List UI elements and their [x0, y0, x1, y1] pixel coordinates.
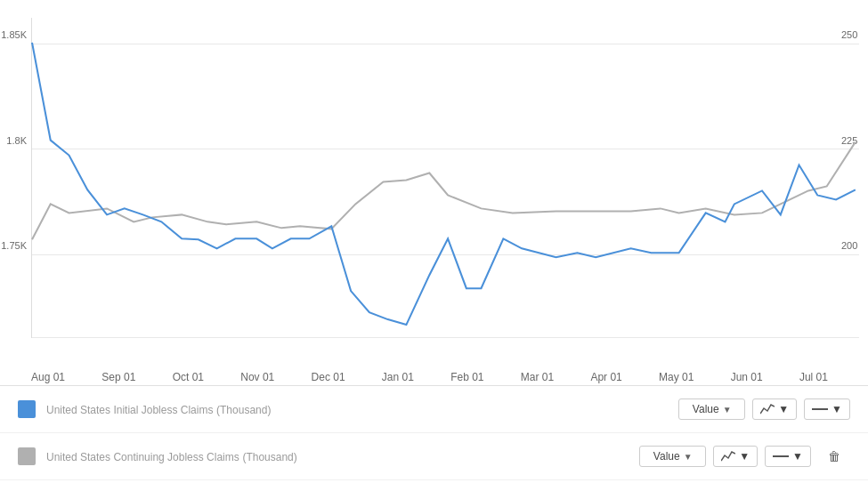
legend-text-continuing: United States Continuing Jobless Claims	[46, 451, 239, 463]
line-style-icon-continuing	[773, 452, 789, 461]
x-axis: Aug 01 Sep 01 Oct 01 Nov 01 Dec 01 Jan 0…	[31, 364, 828, 383]
grid-line-4	[32, 337, 859, 338]
delete-btn-continuing[interactable]: 🗑	[818, 446, 850, 467]
line-style-btn-initial[interactable]: ▼	[804, 398, 850, 420]
line-arrow-continuing: ▼	[792, 450, 803, 463]
y-label-1850: 1.85K	[1, 29, 27, 40]
chart-container: 1.85K 1.8K 1.75K 250 225 200	[0, 0, 868, 483]
x-label-dec: Dec 01	[312, 364, 345, 383]
chart-type-btn-initial[interactable]: ▼	[752, 398, 797, 420]
initial-claims-line	[32, 43, 856, 325]
x-label-oct: Oct 01	[173, 364, 204, 383]
x-label-aug: Aug 01	[31, 364, 65, 383]
legend-controls-initial: Value ▼ ▼ ▼	[678, 398, 850, 420]
legend-row-continuing: United States Continuing Jobless Claims …	[0, 433, 868, 480]
line-chart-icon	[760, 403, 775, 415]
x-label-mar: Mar 01	[521, 364, 554, 383]
chart-type-btn-continuing[interactable]: ▼	[713, 446, 758, 467]
line-arrow-initial: ▼	[831, 403, 842, 415]
value-arrow-continuing: ▼	[684, 452, 693, 462]
legend-label-continuing: United States Continuing Jobless Claims …	[46, 450, 639, 463]
x-label-nov: Nov 01	[240, 364, 274, 383]
x-label-jan: Jan 01	[382, 364, 414, 383]
x-label-may: May 01	[659, 364, 694, 383]
line-chart-icon-2	[721, 450, 735, 463]
legend-label-initial: United States Initial Jobless Claims (Th…	[46, 403, 678, 416]
line-style-icon-initial	[812, 405, 828, 414]
value-btn-initial[interactable]: Value ▼	[678, 398, 745, 420]
chart-arrow-initial: ▼	[778, 403, 789, 415]
legend-row-initial: United States Initial Jobless Claims (Th…	[0, 386, 868, 433]
legend-color-initial	[18, 400, 36, 418]
chart-arrow-continuing: ▼	[739, 450, 750, 463]
trash-icon: 🗑	[828, 449, 840, 463]
x-label-apr: Apr 01	[590, 364, 621, 383]
value-btn-continuing[interactable]: Value ▼	[639, 446, 706, 467]
y-axis-left: 1.85K 1.8K 1.75K	[0, 9, 31, 329]
x-label-sep: Sep 01	[101, 364, 135, 383]
value-arrow-initial: ▼	[723, 405, 732, 415]
chart-area	[31, 18, 859, 338]
chart-svg	[32, 18, 859, 337]
y-label-1800: 1.8K	[6, 135, 27, 146]
legend: United States Initial Jobless Claims (Th…	[0, 385, 868, 483]
legend-unit-initial: (Thousand)	[216, 404, 271, 416]
legend-text-initial: United States Initial Jobless Claims	[46, 404, 213, 416]
x-label-feb: Feb 01	[450, 364, 483, 383]
legend-controls-continuing: Value ▼ ▼ ▼ 🗑	[639, 446, 850, 467]
continuing-claims-line	[32, 142, 856, 240]
line-style-btn-continuing[interactable]: ▼	[765, 446, 811, 467]
y-label-1750: 1.75K	[1, 240, 27, 251]
legend-unit-continuing: (Thousand)	[242, 451, 296, 463]
x-label-jun: Jun 01	[731, 364, 763, 383]
x-label-jul: Jul 01	[799, 364, 828, 383]
legend-color-continuing	[18, 447, 36, 465]
